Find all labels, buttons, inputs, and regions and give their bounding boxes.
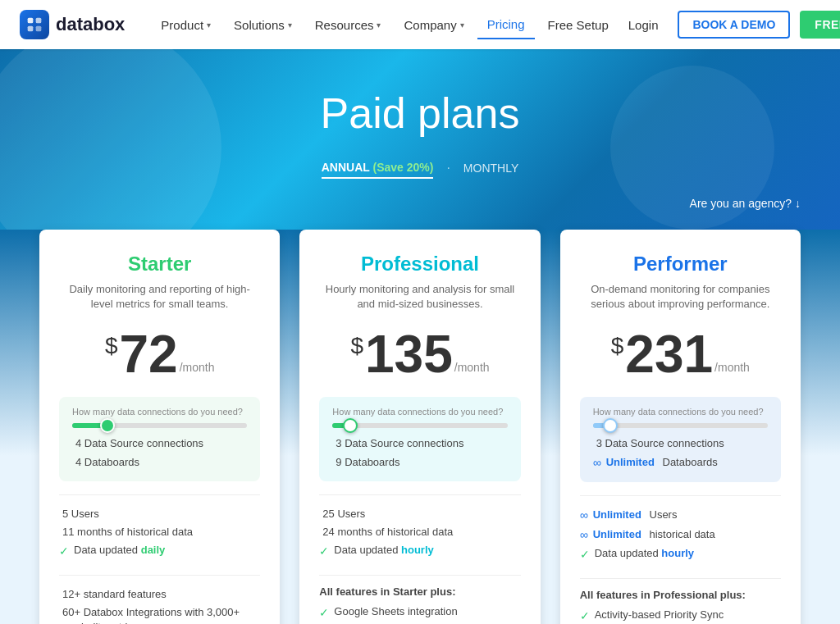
svg-rect-3 (36, 26, 42, 32)
starter-plan-price: $ 72 /month (59, 328, 260, 380)
nav-menu: Product ▾ Solutions ▾ Resources ▾ Compan… (151, 11, 618, 39)
performer-price-amount: 231 (625, 328, 713, 380)
hero-section: Paid plans ANNUAL (Save 20%) · MONTHLY A… (0, 49, 840, 230)
starter-divider2 (59, 575, 260, 576)
starter-divider1 (59, 494, 260, 495)
navbar: databox Product ▾ Solutions ▾ Resources … (0, 0, 840, 49)
logo-icon (20, 10, 49, 39)
logo-text: databox (56, 14, 125, 35)
professional-price-period: /month (454, 361, 490, 374)
starter-slider-thumb[interactable] (100, 418, 115, 433)
performer-update: ✓ Data updated hourly (580, 544, 781, 565)
nav-resources[interactable]: Resources ▾ (305, 11, 391, 39)
professional-connections: 3 Data Source connections 9 Databoards (332, 435, 507, 471)
professional-plus-label: All features in Starter plus: (319, 585, 520, 598)
billing-toggle: ANNUAL (Save 20%) · MONTHLY (20, 157, 820, 179)
starter-extra-features: 12+ standard features 60+ Databox Integr… (59, 585, 260, 624)
performer-slider-label: How many data connections do you need? (593, 407, 768, 417)
professional-update: ✓ Data updated hourly (319, 541, 520, 562)
starter-integrations: 60+ Databox Integrations with 3,000+ pre… (59, 604, 260, 624)
professional-plan-price: $ 135 /month (319, 328, 520, 380)
starter-slider-label: How many data connections do you need? (72, 407, 247, 417)
performer-connections: 3 Data Source connections ∞ Unlimited Da… (593, 435, 768, 472)
professional-user-features: 25 Users 24 months of historical data ✓ … (319, 505, 520, 562)
logo[interactable]: databox (20, 10, 125, 39)
performer-plan-price: $ 231 /month (580, 328, 781, 380)
infinity-icon: ∞ (580, 508, 588, 524)
performer-user-features: ∞ Unlimited Users ∞ Unlimited historical… (580, 506, 781, 565)
annual-billing-option[interactable]: ANNUAL (Save 20%) (322, 157, 434, 179)
svg-rect-2 (28, 26, 34, 32)
performer-plan-desc: On-demand monitoring for companies serio… (580, 282, 781, 312)
plans-section: Starter Daily monitoring and reporting o… (0, 230, 840, 624)
professional-historical: 24 months of historical data (319, 523, 520, 541)
chevron-down-icon: ▾ (460, 20, 464, 30)
starter-users: 5 Users (59, 505, 260, 523)
infinity-icon: ∞ (593, 455, 601, 471)
professional-plan-name: Professional (319, 253, 520, 276)
starter-price-dollar: $ (105, 335, 118, 358)
starter-price-amount: 72 (119, 328, 177, 380)
starter-plan-desc: Daily monitoring and reporting of high-l… (59, 282, 260, 312)
professional-divider2 (319, 575, 520, 576)
monthly-billing-option[interactable]: MONTHLY (463, 158, 518, 178)
nav-product[interactable]: Product ▾ (151, 11, 221, 39)
performer-slider-track[interactable] (593, 423, 768, 428)
performer-historical: ∞ Unlimited historical data (580, 526, 781, 545)
starter-plan-name: Starter (59, 253, 260, 276)
svg-rect-0 (28, 18, 34, 24)
professional-slider-label: How many data connections do you need? (332, 407, 507, 417)
agency-link[interactable]: Are you an agency? ↓ (690, 197, 801, 210)
professional-divider1 (319, 494, 520, 495)
professional-plan-card: Professional Hourly monitoring and analy… (299, 230, 540, 624)
performer-slider-thumb[interactable] (603, 418, 618, 433)
performer-divider2 (580, 578, 781, 579)
performer-price-dollar: $ (611, 335, 624, 358)
performer-slider-area: How many data connections do you need? 3… (580, 397, 781, 482)
free-signup-button[interactable]: FREE SIGNUP (800, 11, 840, 39)
check-icon: ✓ (59, 544, 69, 560)
chevron-down-icon: ▾ (207, 20, 211, 30)
book-demo-button[interactable]: BOOK A DEMO (678, 11, 790, 39)
starter-standard: 12+ standard features (59, 585, 260, 604)
login-button[interactable]: Login (619, 13, 669, 37)
plans-grid: Starter Daily monitoring and reporting o… (39, 230, 801, 624)
starter-historical: 11 months of historical data (59, 523, 260, 541)
professional-plus-features: All features in Starter plus: ✓ Google S… (319, 585, 520, 624)
check-icon: ✓ (319, 605, 329, 622)
professional-slider-area: How many data connections do you need? 3… (319, 397, 520, 481)
performer-databoards: ∞ Unlimited Databoards (593, 453, 768, 473)
professional-users: 25 Users (319, 505, 520, 523)
check-icon: ✓ (580, 608, 590, 624)
professional-plan-desc: Hourly monitoring and analysis for small… (319, 282, 520, 312)
infinity-icon: ∞ (580, 527, 588, 544)
performer-plus-features: All features in Professional plus: ✓ Act… (580, 589, 781, 624)
performer-price-period: /month (714, 361, 750, 374)
chevron-down-icon: ▾ (377, 20, 381, 30)
performer-feature-1: ✓ Activity-based Priority Sync (580, 606, 781, 624)
performer-plus-label: All features in Professional plus: (580, 589, 781, 601)
nav-pricing[interactable]: Pricing (477, 11, 535, 39)
starter-update: ✓ Data updated daily (59, 541, 260, 562)
performer-divider1 (580, 495, 781, 496)
professional-price-dollar: $ (350, 335, 363, 358)
starter-connections: 4 Data Source connections 4 Databoards (72, 435, 247, 471)
professional-feature-1: ✓ Google Sheets integration (319, 603, 520, 623)
starter-slider-area: How many data connections do you need? 4… (59, 397, 260, 481)
nav-solutions[interactable]: Solutions ▾ (224, 11, 302, 39)
performer-plan-name: Performer (580, 253, 781, 276)
page-title: Paid plans (20, 89, 820, 138)
starter-slider-track[interactable] (72, 423, 247, 428)
starter-user-features: 5 Users 11 months of historical data ✓ D… (59, 505, 260, 562)
professional-slider-track[interactable] (332, 423, 507, 428)
performer-plan-card: Performer On-demand monitoring for compa… (560, 230, 801, 624)
performer-users: ∞ Unlimited Users (580, 506, 781, 526)
nav-company[interactable]: Company ▾ (394, 11, 473, 39)
starter-plan-card: Starter Daily monitoring and reporting o… (39, 230, 280, 624)
navbar-actions: Login BOOK A DEMO FREE SIGNUP (619, 11, 840, 39)
professional-slider-thumb[interactable] (343, 418, 358, 433)
nav-free-setup[interactable]: Free Setup (538, 11, 619, 39)
starter-price-period: /month (180, 361, 215, 374)
professional-price-amount: 135 (365, 328, 453, 380)
chevron-down-icon: ▾ (288, 20, 292, 30)
